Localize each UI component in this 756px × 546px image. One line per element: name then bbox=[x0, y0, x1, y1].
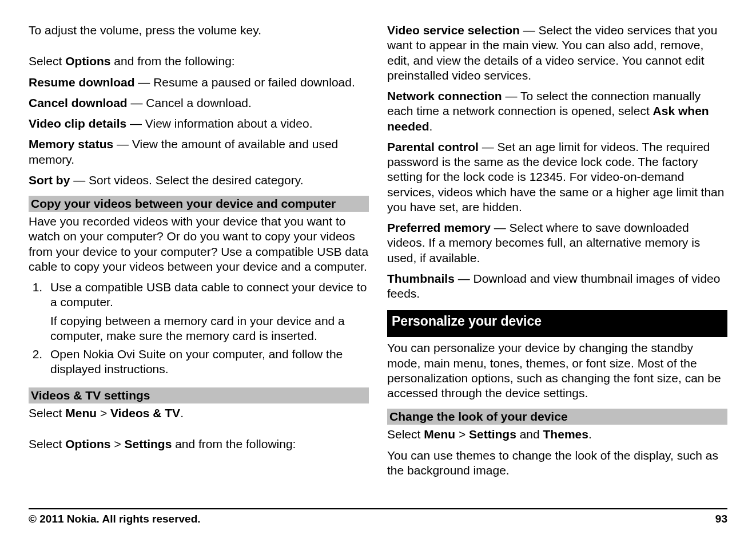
ui-label-options: Options bbox=[65, 54, 110, 68]
option-label: Network connection bbox=[387, 89, 506, 102]
option-item: Video service selection — Select the vid… bbox=[387, 23, 727, 83]
option-item: Resume download — Resume a paused or fai… bbox=[29, 75, 369, 90]
option-item: Thumbnails — Download and view thumbnail… bbox=[387, 271, 727, 302]
numbered-steps: Use a compatible USB data cable to conne… bbox=[29, 280, 369, 381]
body-text: Select Menu > Videos & TV. bbox=[29, 406, 369, 421]
step-text: Use a compatible USB data cable to conne… bbox=[50, 280, 369, 310]
body-text: To adjust the volume, press the volume k… bbox=[29, 23, 369, 38]
option-desc: — View information about a video. bbox=[130, 117, 312, 130]
ui-label-menu: Menu bbox=[65, 406, 100, 420]
body-text: Have you recorded videos with your devic… bbox=[29, 214, 369, 274]
two-column-layout: To adjust the volume, press the volume k… bbox=[29, 23, 727, 481]
subsection-heading-videos-tv-settings: Videos & TV settings bbox=[29, 387, 369, 403]
option-item: Memory status — View the amount of avail… bbox=[29, 137, 369, 167]
text: > bbox=[459, 428, 469, 441]
option-item: Network connection — To select the conne… bbox=[387, 89, 727, 134]
text: . bbox=[588, 428, 592, 441]
ui-label-themes: Themes bbox=[543, 428, 588, 441]
text: and from the following: bbox=[172, 437, 296, 450]
text: > bbox=[100, 406, 110, 420]
document-page: To adjust the volume, press the volume k… bbox=[0, 0, 756, 546]
text: Select bbox=[29, 406, 65, 420]
ui-label-menu: Menu bbox=[424, 428, 459, 441]
text: . bbox=[429, 120, 433, 133]
text: and bbox=[516, 428, 543, 441]
text: Select bbox=[29, 54, 65, 68]
option-item: Cancel download — Cancel a download. bbox=[29, 96, 369, 110]
option-item: Sort by — Sort videos. Select the desire… bbox=[29, 173, 369, 188]
subsection-heading-change-look: Change the look of your device bbox=[387, 409, 727, 425]
option-item: Video clip details — View information ab… bbox=[29, 116, 369, 131]
step-text: If copying between a memory card in your… bbox=[50, 314, 369, 344]
copyright-text: © 2011 Nokia. All rights reserved. bbox=[29, 513, 201, 525]
text: . bbox=[180, 406, 184, 420]
option-desc: — Resume a paused or failed download. bbox=[138, 76, 355, 89]
text: Select bbox=[387, 428, 424, 441]
page-footer: © 2011 Nokia. All rights reserved. 93 bbox=[29, 508, 727, 525]
text: and from the following: bbox=[111, 54, 235, 68]
ui-label-videos-tv: Videos & TV bbox=[110, 406, 180, 420]
list-item: Open Nokia Ovi Suite on your computer, a… bbox=[46, 347, 369, 377]
left-column: To adjust the volume, press the volume k… bbox=[29, 23, 369, 481]
option-label: Video clip details bbox=[29, 117, 130, 130]
option-label: Sort by bbox=[29, 173, 73, 187]
option-label: Thumbnails bbox=[387, 272, 458, 285]
option-label: Cancel download bbox=[29, 96, 131, 109]
text: Select bbox=[29, 437, 65, 450]
page-number: 93 bbox=[715, 513, 727, 525]
step-text: Open Nokia Ovi Suite on your computer, a… bbox=[50, 347, 369, 377]
option-desc: — Cancel a download. bbox=[131, 96, 252, 109]
option-label: Video service selection bbox=[387, 23, 523, 37]
body-text: You can personalize your device by chang… bbox=[387, 341, 727, 401]
section-heading-personalize: Personalize your device bbox=[387, 310, 727, 337]
option-item: Parental control — Set an age limit for … bbox=[387, 140, 727, 215]
text: > bbox=[114, 437, 124, 450]
option-label: Resume download bbox=[29, 76, 138, 89]
body-text: Select Options and from the following: bbox=[29, 54, 369, 69]
ui-label-options: Options bbox=[65, 437, 114, 450]
right-column: Video service selection — Select the vid… bbox=[387, 23, 727, 481]
option-label: Parental control bbox=[387, 140, 482, 153]
option-item: Preferred memory — Select where to save … bbox=[387, 220, 727, 266]
option-label: Memory status bbox=[29, 137, 117, 151]
option-label: Preferred memory bbox=[387, 221, 494, 234]
body-text: You can use themes to change the look of… bbox=[387, 448, 727, 478]
option-desc: — Sort videos. Select the desired catego… bbox=[73, 173, 303, 187]
subsection-heading-copy-videos: Copy your videos between your device and… bbox=[29, 196, 369, 212]
ui-label-settings: Settings bbox=[124, 437, 172, 450]
body-text: Select Menu > Settings and Themes. bbox=[387, 427, 727, 442]
ui-label-settings: Settings bbox=[469, 428, 516, 441]
list-item: Use a compatible USB data cable to conne… bbox=[46, 280, 369, 343]
body-text: Select Options > Settings and from the f… bbox=[29, 437, 369, 452]
